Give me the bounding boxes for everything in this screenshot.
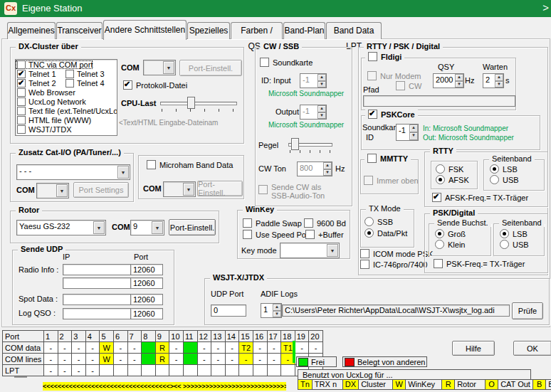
radio-icon[interactable] bbox=[436, 175, 445, 184]
checkbox-icon[interactable] bbox=[17, 70, 26, 78]
checkbox-icon[interactable] bbox=[364, 176, 373, 185]
radio-info-port-input[interactable]: 12060 bbox=[130, 264, 163, 275]
tab-spezielles[interactable]: Spezielles bbox=[187, 22, 230, 39]
dropdown-arrow-icon[interactable]: ▼ bbox=[163, 61, 174, 74]
klein-radio[interactable]: Klein bbox=[435, 240, 465, 249]
spin-up-icon[interactable]: ▲ bbox=[495, 74, 503, 81]
checkbox-icon[interactable] bbox=[17, 107, 26, 115]
checkbox-icon[interactable] bbox=[305, 230, 315, 239]
checkbox-icon[interactable] bbox=[243, 230, 252, 239]
radio-icon[interactable] bbox=[435, 240, 444, 249]
ok-button[interactable]: OK bbox=[513, 341, 551, 356]
cpu-last-slider-thumb[interactable] bbox=[187, 97, 195, 109]
radio-icon[interactable] bbox=[436, 164, 445, 174]
warten-spinner[interactable]: 2 ▲▼ bbox=[483, 73, 504, 88]
dx-source-item[interactable]: HTML file (WWW) bbox=[16, 116, 91, 125]
checkbox-icon[interactable] bbox=[147, 160, 156, 169]
wsjt-udp-port-input[interactable]: 0 bbox=[211, 304, 246, 317]
microham-port-button[interactable]: Port-Einstell. bbox=[197, 181, 243, 196]
id-input-spinner[interactable]: -1 ▲▼ bbox=[300, 73, 327, 88]
dropdown-arrow-icon[interactable]: ▼ bbox=[327, 244, 338, 257]
speed-pot-checkbox[interactable]: Use Speed Pot bbox=[243, 230, 308, 239]
pruefe-button[interactable]: Prüfe bbox=[512, 302, 543, 319]
checkbox-icon[interactable] bbox=[434, 259, 443, 268]
radio-info-ip2-input[interactable] bbox=[63, 277, 131, 289]
sende-cw-checkbox[interactable]: Sende CW als SSB-Audio-Ton bbox=[258, 183, 325, 200]
log-qso-port-input[interactable]: 12060 bbox=[130, 308, 163, 319]
fldigi-checkbox[interactable]: Fldigi bbox=[365, 52, 404, 61]
checkbox-icon[interactable] bbox=[17, 125, 26, 134]
tab-allgemeines[interactable]: Allgemeines bbox=[7, 22, 56, 39]
tab-farben-qsl[interactable]: Farben / QSL bbox=[231, 22, 283, 39]
checkbox-icon[interactable] bbox=[17, 88, 26, 97]
spot-data-ip-input[interactable] bbox=[63, 294, 131, 305]
radio-icon[interactable] bbox=[490, 175, 499, 184]
radio-icon[interactable] bbox=[364, 217, 374, 226]
checkbox-icon[interactable] bbox=[367, 71, 377, 80]
checkbox-icon[interactable] bbox=[360, 260, 369, 269]
pskcore-id-spinner[interactable]: -1 ▲▼ bbox=[396, 124, 419, 141]
zusatz-com-select[interactable]: ▼ bbox=[36, 183, 69, 198]
dropdown-arrow-icon[interactable]: ▼ bbox=[152, 221, 163, 234]
tab-band-data-lpt[interactable]: Band Data LPT bbox=[326, 22, 382, 39]
tx-ssb-radio[interactable]: SSB bbox=[364, 217, 393, 226]
radio-icon[interactable] bbox=[435, 229, 444, 238]
psk-usb-radio[interactable]: USB bbox=[500, 240, 529, 249]
pegel-slider-thumb[interactable] bbox=[291, 138, 299, 150]
dx-source-item[interactable]: Telnet 1 bbox=[16, 70, 64, 78]
spin-up-icon[interactable]: ▲ bbox=[318, 105, 326, 112]
checkbox-icon[interactable] bbox=[17, 79, 26, 88]
checkbox-icon[interactable] bbox=[65, 79, 74, 88]
key-mode-select[interactable]: ▼ bbox=[280, 243, 340, 258]
cw-ton-spinner[interactable]: 800 ▲▼ bbox=[297, 161, 332, 176]
protokoll-datei-checkbox[interactable]: Protokoll-Datei bbox=[123, 80, 187, 90]
dropdown-arrow-icon[interactable]: ▼ bbox=[56, 184, 68, 197]
paddle-swap-checkbox[interactable]: Paddle Swap bbox=[243, 218, 302, 228]
dx-source-item[interactable]: Text file (ext.Telnet/UcxLog) bbox=[16, 107, 117, 115]
checkbox-icon[interactable] bbox=[17, 116, 26, 125]
spin-up-icon[interactable]: ▲ bbox=[273, 304, 281, 311]
radio-icon[interactable] bbox=[500, 240, 509, 249]
rotor-port-button[interactable]: Port-Einstell. bbox=[169, 219, 216, 235]
checkbox-icon[interactable] bbox=[432, 193, 441, 202]
spin-up-icon[interactable]: ▲ bbox=[455, 74, 463, 81]
fldigi-cw-checkbox[interactable]: CW bbox=[396, 81, 421, 90]
mmtty-checkbox[interactable]: MMTTY bbox=[364, 154, 411, 163]
checkbox-icon[interactable] bbox=[17, 60, 26, 69]
microham-checkbox[interactable]: Microham Band Data bbox=[147, 160, 233, 169]
dx-source-item[interactable]: UcxLog Network bbox=[16, 97, 86, 106]
radio-icon[interactable] bbox=[364, 228, 374, 238]
nur-modem-checkbox[interactable]: Nur Modem bbox=[367, 71, 421, 80]
spin-down-icon[interactable]: ▼ bbox=[318, 112, 326, 120]
buffer-checkbox[interactable]: +Buffer bbox=[305, 230, 344, 239]
pskcore-checkbox[interactable]: PSKCore bbox=[365, 110, 418, 119]
dx-source-item[interactable]: Telnet 2 bbox=[16, 79, 64, 88]
pfad-input[interactable] bbox=[363, 95, 515, 107]
adif-path-input[interactable]: C:\Users\Peter Richter\AppData\Local\WSJ… bbox=[282, 304, 510, 317]
dx-cluster-listbox[interactable]: TNC via COM portTelnet 1Telnet 3Telnet 2… bbox=[15, 59, 117, 136]
output-spinner[interactable]: -1 ▲▼ bbox=[300, 105, 327, 120]
spin-up-icon[interactable]: ▲ bbox=[323, 162, 332, 169]
dx-source-item[interactable]: TNC via COM port bbox=[16, 60, 93, 69]
soundkarte-checkbox[interactable]: Soundkarte bbox=[260, 58, 313, 67]
tab-band-plan[interactable]: Band-Plan bbox=[283, 22, 325, 39]
checkbox-icon[interactable] bbox=[258, 185, 268, 194]
spot-data-port-input[interactable]: 12060 bbox=[130, 294, 163, 305]
dx-port-settings-button[interactable]: Port-Einstell. bbox=[179, 60, 242, 76]
spin-down-icon[interactable]: ▼ bbox=[409, 132, 418, 140]
zusatz-port-settings-button[interactable]: Port Settings bbox=[73, 182, 129, 198]
spin-down-icon[interactable]: ▼ bbox=[495, 81, 503, 88]
psk-freq-checkbox[interactable]: PSK-Freq.= TX-Träger bbox=[434, 259, 525, 268]
9600bd-checkbox[interactable]: 9600 Bd bbox=[304, 218, 346, 228]
tab-andere-schnittstellen[interactable]: Andere Schnittstellen bbox=[103, 20, 187, 40]
dropdown-arrow-icon[interactable]: ▼ bbox=[183, 183, 194, 196]
icom-mode-psk-checkbox[interactable]: ICOM mode PSK bbox=[360, 249, 433, 258]
tab-transceiver[interactable]: Transceiver bbox=[56, 22, 103, 39]
radio-icon[interactable] bbox=[490, 164, 499, 174]
checkbox-icon[interactable] bbox=[260, 58, 269, 67]
zusatz-device-select[interactable]: - - -▼ bbox=[16, 164, 130, 180]
afsk-freq-checkbox[interactable]: AFSK-Freq.= TX-Träger bbox=[432, 193, 528, 202]
dx-source-item[interactable]: Web Browser bbox=[16, 88, 75, 97]
spin-up-icon[interactable]: ▲ bbox=[318, 74, 326, 81]
checkbox-icon[interactable] bbox=[17, 97, 26, 106]
